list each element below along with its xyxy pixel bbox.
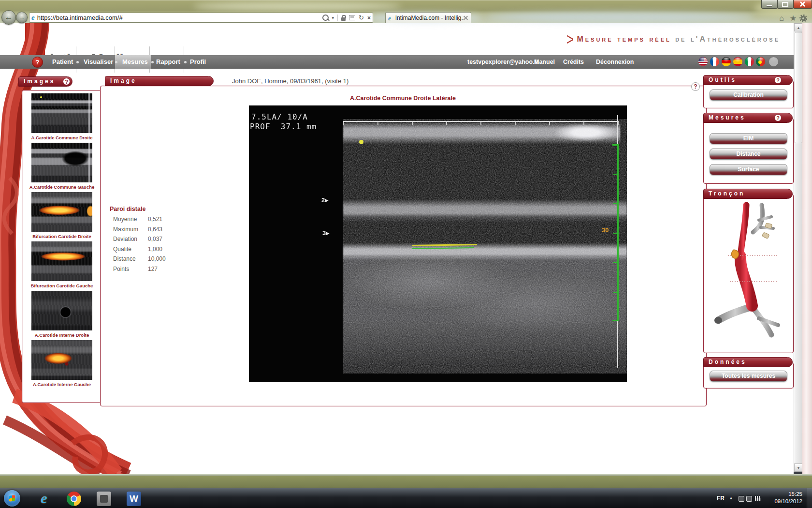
- tab-favicon: e: [388, 15, 391, 21]
- nav-link-credits[interactable]: Crédits: [563, 55, 584, 69]
- flag-es-icon[interactable]: [733, 57, 743, 67]
- ie-favicon: e: [31, 14, 35, 21]
- toutes-les-mesures-button[interactable]: Toutes les mesures: [710, 371, 787, 382]
- images-help-icon[interactable]: ?: [63, 78, 70, 85]
- scrollbar-thumb[interactable]: [795, 32, 802, 143]
- thumbnail-carotide-interne-droite[interactable]: [31, 291, 92, 330]
- taskbar-word-icon[interactable]: W: [127, 492, 141, 506]
- flag-pt-icon[interactable]: [755, 57, 766, 67]
- gear-icon[interactable]: [799, 15, 807, 22]
- marker-arrow-icon: ▶: [325, 198, 328, 203]
- images-panel: A.Carotide Commune Droite A.Carotide Com…: [22, 90, 102, 403]
- flag-de-icon[interactable]: [721, 57, 731, 67]
- ultrasound-speckle: [343, 119, 627, 374]
- minimize-button[interactable]: [761, 0, 778, 9]
- language-indicator[interactable]: FR: [717, 495, 725, 502]
- close-button[interactable]: [793, 0, 812, 9]
- nav-link-manuel[interactable]: Manuel: [534, 55, 555, 69]
- donnees-banner: Données: [703, 357, 793, 367]
- desktop-blur-blob: [483, 12, 754, 22]
- vertical-scrollbar[interactable]: ▴ ▾: [794, 23, 803, 472]
- chevron-icon: >: [566, 30, 574, 50]
- compatibility-view-icon[interactable]: [349, 15, 355, 20]
- calibration-button[interactable]: Calibration: [710, 90, 787, 101]
- mesures-banner: Mesures ?: [703, 113, 793, 123]
- thumbnail-carotide-commune-gauche[interactable]: [31, 143, 92, 182]
- address-input[interactable]: https://beta.intimamedia.com/#: [37, 14, 123, 21]
- desktop-strip: [0, 476, 812, 488]
- measurement-row: Moyenne0,521: [110, 216, 192, 226]
- distance-button[interactable]: Distance: [710, 149, 787, 160]
- stop-icon[interactable]: ×: [367, 15, 371, 21]
- site-tagline: > Mesure temps réel de l'Athérosclérose: [566, 32, 780, 47]
- yellow-point-marker[interactable]: [359, 140, 363, 144]
- carotid-artery-diagram[interactable]: [705, 198, 792, 348]
- taskbar-ie-icon[interactable]: e: [37, 492, 51, 506]
- address-bar[interactable]: e https://beta.intimamedia.com/# ▾ ↻ ×: [29, 13, 373, 23]
- tray-expand-icon[interactable]: ▴: [730, 495, 732, 500]
- tab-close-icon[interactable]: [464, 15, 468, 20]
- network-icon[interactable]: [755, 496, 761, 501]
- ultrasound-green-scale: [617, 144, 619, 321]
- clock[interactable]: 15:25 09/10/2012: [774, 491, 802, 505]
- screen: ← → e https://beta.intimamedia.com/# ▾ ↻…: [0, 0, 812, 508]
- taskbar-chrome-icon[interactable]: [67, 492, 81, 506]
- ultrasound-depth-label: PROF 37.1 mm: [250, 122, 317, 131]
- marker-arrow-icon: ▶: [326, 231, 329, 236]
- browser-tab[interactable]: e IntimaMedia.com - Intellig...: [385, 12, 471, 23]
- flag-fr-icon[interactable]: [710, 57, 720, 67]
- forward-button[interactable]: →: [16, 12, 28, 23]
- mesures-help-icon[interactable]: ?: [774, 114, 782, 121]
- measurement-row: Points127: [110, 266, 192, 276]
- thumbnail-caption: Bifurcation Carotide Gauche: [22, 283, 102, 288]
- start-button[interactable]: [4, 490, 20, 507]
- nav-bullet: [151, 61, 154, 63]
- favorites-star-icon[interactable]: ★: [788, 14, 798, 23]
- thumbnail-bifurcation-droite[interactable]: [31, 192, 92, 232]
- ultrasound-probe-label: 7.5LA/ 10/A: [251, 112, 308, 121]
- home-icon[interactable]: ⌂: [776, 14, 787, 23]
- nav-item-profil[interactable]: Profil: [190, 55, 206, 69]
- thumbnail-carotide-commune-droite[interactable]: [31, 93, 92, 133]
- image-title: A.Carotide Commune Droite Latérale: [100, 95, 706, 102]
- nav-item-patient[interactable]: Patient: [52, 55, 73, 69]
- ultrasound-image[interactable]: 7.5LA/ 10/A PROF 37.1 mm 30 2▶ 3▶: [249, 105, 627, 382]
- measurement-row: Distance10,000: [110, 255, 192, 266]
- action-center-icon[interactable]: [739, 496, 744, 502]
- clock-date: 09/10/2012: [774, 498, 802, 505]
- image-panel-banner: Image: [105, 76, 214, 86]
- nav-item-visualiser[interactable]: Visualiser: [84, 55, 113, 69]
- nav-item-rapport[interactable]: Rapport: [156, 55, 180, 69]
- flag-us-icon[interactable]: [698, 57, 708, 67]
- thumbnail-caption: A.Carotide Interne Droite: [22, 332, 102, 338]
- marker-2[interactable]: 2▶: [321, 196, 328, 204]
- page: intimaMedia.com® > Mesure temps réel de …: [0, 23, 794, 474]
- measurements-block: Paroi distale Moyenne0,521 Maximum0,643 …: [110, 206, 192, 275]
- surface-button[interactable]: Surface: [710, 164, 787, 175]
- back-button[interactable]: ←: [1, 10, 16, 25]
- marker-3[interactable]: 3▶: [322, 229, 329, 237]
- scroll-up-icon[interactable]: ▴: [794, 23, 803, 31]
- main-navbar: ? Patient Visualiser Mesures Rapport Pro…: [0, 55, 794, 69]
- nav-link-deconnexion[interactable]: Déconnexion: [596, 55, 634, 69]
- thumbnail-caption: A.Carotide Commune Gauche: [22, 184, 102, 190]
- show-desktop-button[interactable]: [807, 488, 812, 508]
- taskbar-app-icon[interactable]: [97, 492, 111, 506]
- troncon-banner: Tronçon: [703, 189, 793, 199]
- image-help-icon[interactable]: ?: [691, 82, 700, 91]
- volume-icon[interactable]: [746, 496, 752, 502]
- nav-item-mesures[interactable]: Mesures: [122, 55, 148, 69]
- scroll-down-icon[interactable]: ▾: [794, 463, 803, 472]
- flag-it-icon[interactable]: [744, 57, 754, 67]
- search-dropdown-icon[interactable]: ▾: [332, 15, 334, 20]
- thumbnail-carotide-interne-gauche[interactable]: [31, 340, 92, 380]
- eim-button[interactable]: EIM: [710, 133, 787, 144]
- outils-help-icon[interactable]: ?: [774, 76, 782, 84]
- thumbnail-caption: A.Carotide Commune Droite: [22, 135, 102, 140]
- nav-help-icon[interactable]: ?: [32, 57, 43, 68]
- maximize-button[interactable]: [777, 0, 794, 9]
- search-icon[interactable]: [322, 15, 329, 21]
- refresh-icon[interactable]: ↻: [359, 14, 364, 21]
- measurements-title: Paroi distale: [110, 206, 192, 212]
- thumbnail-bifurcation-gauche[interactable]: [31, 241, 92, 281]
